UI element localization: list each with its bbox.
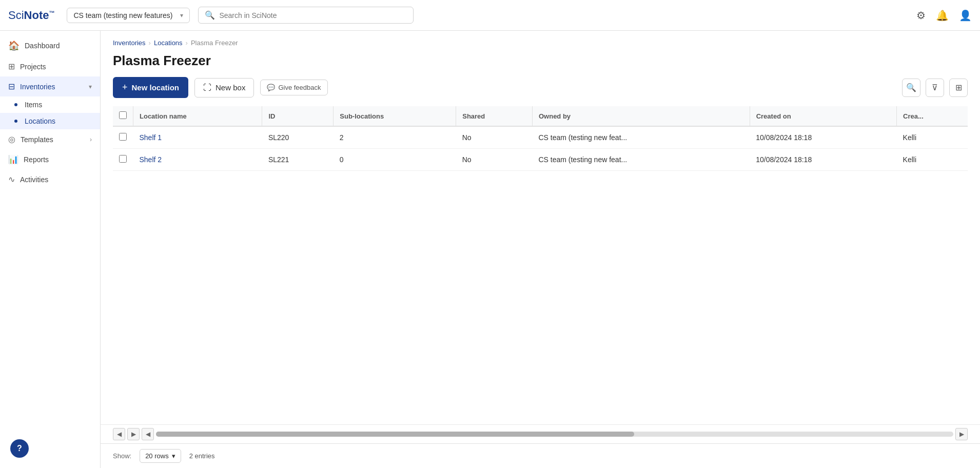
cell-sub-locations-1: 0 (334, 149, 456, 171)
sidebar-label-locations: Locations (25, 117, 55, 125)
inventories-chevron-icon: ▾ (89, 83, 92, 90)
row-checkbox-1[interactable] (119, 155, 127, 163)
main-content: Inventories › Locations › Plasma Freezer… (101, 31, 980, 468)
breadcrumb-inventories[interactable]: Inventories (113, 39, 146, 47)
sidebar-label-projects: Projects (20, 63, 46, 71)
new-location-label: New location (132, 83, 180, 92)
page-title: Plasma Freezer (101, 51, 980, 77)
projects-icon: ⊞ (8, 62, 15, 71)
header-checkbox-col (113, 106, 133, 126)
table-wrapper: Location name ID Sub-locations Shared Ow… (101, 106, 980, 424)
row-checkbox-cell (113, 126, 133, 149)
header-id: ID (262, 106, 334, 126)
templates-chevron-icon: › (90, 136, 92, 143)
give-feedback-label: Give feedback (278, 84, 321, 91)
sidebar-item-locations[interactable]: Locations (0, 113, 100, 129)
cell-created-by-0: Kelli (897, 126, 968, 149)
scroll-thumb (156, 432, 634, 437)
scroll-next-button[interactable]: ▶ (955, 428, 968, 440)
header-location-name: Location name (133, 106, 262, 126)
sidebar-label-items: Items (25, 101, 42, 109)
main-layout: 🏠 Dashboard ⊞ Projects ⊟ Inventories ▾ I… (0, 31, 980, 468)
header-owned-by: Owned by (532, 106, 750, 126)
toolbar-right: 🔍 ⊽ ⊞ (902, 79, 968, 97)
sidebar-item-items[interactable]: Items (0, 96, 100, 113)
notifications-icon[interactable]: 🔔 (936, 9, 949, 22)
show-label: Show: (113, 452, 131, 460)
breadcrumb-sep-1: › (149, 39, 151, 47)
cell-created-on-1: 10/08/2024 18:18 (750, 149, 896, 171)
horizontal-scroll-area: ◀ ▶ ◀ ▶ (101, 424, 980, 443)
team-name: CS team (testing new features) (73, 11, 172, 20)
search-toggle-button[interactable]: 🔍 (902, 79, 920, 97)
scroll-track (156, 432, 953, 437)
sidebar-label-inventories: Inventories (20, 83, 55, 91)
search-input[interactable] (219, 11, 407, 20)
reports-icon: 📊 (8, 154, 18, 164)
sidebar-label-activities: Activities (20, 176, 48, 184)
app-logo: SciNote™ (8, 9, 54, 22)
new-box-button[interactable]: ⛶ New box (194, 78, 254, 98)
search-bar[interactable]: 🔍 (198, 7, 414, 24)
bottom-bar: Show: 20 rows ▾ 2 entries (101, 443, 980, 468)
locations-table: Location name ID Sub-locations Shared Ow… (113, 106, 968, 171)
activities-icon: ∿ (8, 174, 15, 184)
breadcrumb-current: Plasma Freezer (191, 39, 238, 47)
toolbar: + New location ⛶ New box 💬 Give feedback… (101, 77, 980, 106)
cell-location-name-1: Shelf 2 (133, 149, 262, 171)
cell-id-1: SL221 (262, 149, 334, 171)
table-header-row: Location name ID Sub-locations Shared Ow… (113, 106, 968, 126)
rows-per-page-select[interactable]: 20 rows ▾ (140, 449, 181, 463)
topnav-right-icons: ⚙ 🔔 👤 (916, 9, 972, 22)
sidebar-item-inventories[interactable]: ⊟ Inventories ▾ (0, 76, 100, 96)
sidebar-item-activities[interactable]: ∿ Activities (0, 169, 100, 189)
give-feedback-button[interactable]: 💬 Give feedback (260, 80, 327, 95)
sidebar: 🏠 Dashboard ⊞ Projects ⊟ Inventories ▾ I… (0, 31, 101, 468)
top-navigation: SciNote™ CS team (testing new features) … (0, 0, 980, 31)
team-chevron-icon: ▾ (180, 12, 183, 19)
rows-value: 20 rows (145, 452, 169, 460)
sidebar-item-templates[interactable]: ◎ Templates › (0, 129, 100, 149)
new-box-label: New box (215, 83, 245, 92)
header-sub-locations: Sub-locations (334, 106, 456, 126)
locations-dot-icon (14, 120, 17, 123)
breadcrumb-locations[interactable]: Locations (154, 39, 183, 47)
feedback-icon: 💬 (267, 84, 275, 91)
search-icon: 🔍 (205, 10, 215, 20)
sidebar-label-reports: Reports (24, 155, 49, 164)
scroll-right-button[interactable]: ▶ (127, 428, 140, 440)
box-icon: ⛶ (203, 83, 211, 92)
cell-owned-by-1: CS team (testing new feat... (532, 149, 750, 171)
sidebar-label-dashboard: Dashboard (25, 42, 60, 50)
rows-chevron-icon: ▾ (172, 452, 175, 460)
home-icon: 🏠 (8, 40, 19, 51)
plus-icon: + (122, 82, 128, 93)
location-link-1[interactable]: Shelf 2 (140, 155, 162, 164)
header-shared: Shared (456, 106, 533, 126)
search-icon: 🔍 (906, 83, 916, 92)
sidebar-item-dashboard[interactable]: 🏠 Dashboard (0, 35, 100, 56)
sidebar-item-projects[interactable]: ⊞ Projects (0, 56, 100, 76)
sidebar-item-reports[interactable]: 📊 Reports (0, 149, 100, 169)
columns-button[interactable]: ⊞ (949, 79, 968, 97)
help-button[interactable]: ? (10, 439, 29, 458)
select-all-checkbox[interactable] (119, 111, 127, 119)
scroll-prev-button[interactable]: ◀ (142, 428, 154, 440)
entries-count: 2 entries (189, 452, 215, 460)
filter-icon: ⊽ (932, 83, 938, 92)
scroll-left-button[interactable]: ◀ (113, 428, 125, 440)
row-checkbox-0[interactable] (119, 133, 127, 141)
cell-id-0: SL220 (262, 126, 334, 149)
location-link-0[interactable]: Shelf 1 (140, 133, 162, 142)
filter-button[interactable]: ⊽ (926, 79, 944, 97)
columns-icon: ⊞ (955, 83, 962, 92)
settings-icon[interactable]: ⚙ (916, 9, 926, 22)
user-icon[interactable]: 👤 (959, 9, 972, 22)
inventories-icon: ⊟ (8, 82, 15, 91)
header-created-by: Crea... (897, 106, 968, 126)
team-selector[interactable]: CS team (testing new features) ▾ (67, 8, 190, 23)
cell-owned-by-0: CS team (testing new feat... (532, 126, 750, 149)
items-dot-icon (14, 103, 17, 106)
new-location-button[interactable]: + New location (113, 77, 188, 98)
breadcrumb-sep-2: › (186, 39, 188, 47)
